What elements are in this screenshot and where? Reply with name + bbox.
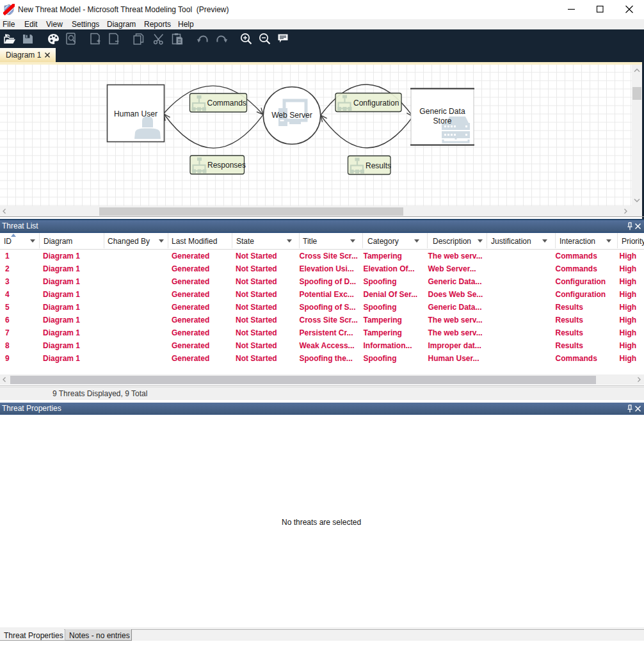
svg-text:Results: Results bbox=[366, 161, 391, 170]
svg-text:Human User: Human User bbox=[114, 109, 157, 118]
svg-text:Generic Data: Generic Data bbox=[419, 107, 465, 116]
svg-text:Web Server: Web Server bbox=[271, 111, 312, 120]
svg-text:Responses: Responses bbox=[207, 161, 246, 170]
svg-text:Commands: Commands bbox=[207, 99, 246, 108]
svg-text:Configuration: Configuration bbox=[353, 99, 399, 108]
svg-text:Store: Store bbox=[433, 116, 452, 125]
